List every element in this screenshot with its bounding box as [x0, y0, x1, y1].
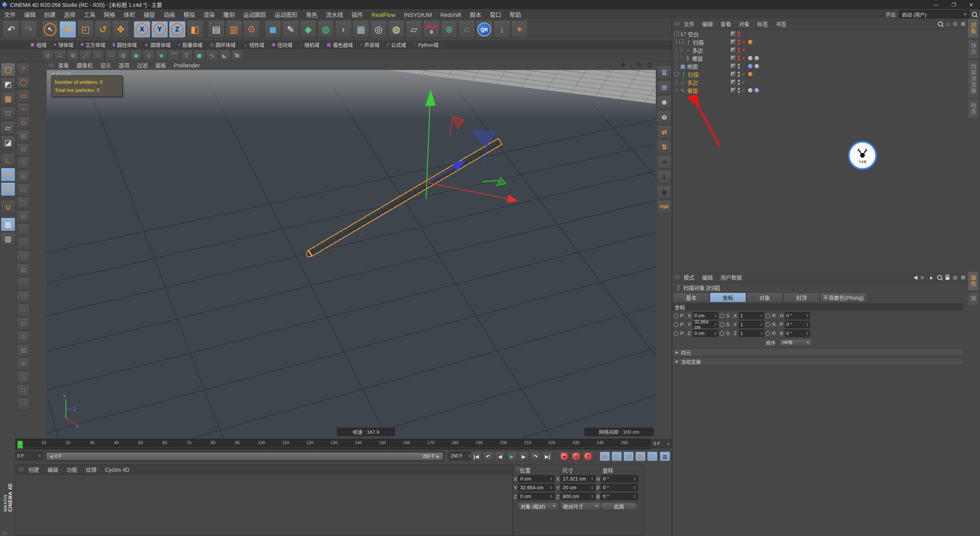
spherical-field-button[interactable]: ●球体域: [50, 40, 77, 49]
record-active-objects-button[interactable]: ●: [559, 451, 570, 461]
range-slider-thumb[interactable]: ◀ 0 F 250 F ▶: [46, 453, 443, 460]
light-icon[interactable]: ◍: [388, 21, 405, 38]
menu-item-Cycles 4D[interactable]: Cycles 4D: [101, 467, 134, 473]
hierarchy-grid-icon[interactable]: ⊞: [657, 80, 671, 94]
spinner-arrows-icon[interactable]: ▲▼: [591, 477, 593, 481]
keyframe-selection-button[interactable]: ?: [583, 451, 593, 461]
field-input[interactable]: 0 cm▲▼: [693, 312, 718, 319]
dolly-view-icon[interactable]: ↕: [630, 62, 633, 68]
attribute-tab-坐标[interactable]: 坐标: [710, 293, 746, 302]
sound-field-button[interactable]: ♪声音域: [357, 40, 383, 49]
rect-select-icon[interactable]: ▭: [17, 90, 30, 102]
collapsed-section-四元[interactable]: ▶四元: [672, 348, 963, 356]
workplane-icon[interactable]: ▦: [1, 232, 15, 246]
am-lock-icon[interactable]: [946, 277, 949, 280]
polygons-mode-icon[interactable]: ◪: [1, 136, 15, 149]
visibility-dots[interactable]: [738, 79, 740, 86]
edges-mode-icon[interactable]: ▱: [1, 121, 15, 135]
panel-grip[interactable]: [48, 63, 54, 67]
menu-item-捕捉[interactable]: 捕捉: [139, 11, 159, 18]
spinner-arrows-icon[interactable]: ▲▼: [550, 477, 552, 481]
coordinate-system-icon[interactable]: ◧: [186, 21, 203, 38]
menu-item-运动图形[interactable]: 运动图形: [270, 11, 302, 18]
keyframe-dot-icon[interactable]: [720, 331, 724, 336]
mesh-cmd-1-icon[interactable]: ▤: [17, 130, 30, 142]
key-scale-toggle[interactable]: ◰: [611, 451, 622, 461]
order-dropdown[interactable]: HPB▼: [779, 339, 812, 346]
menu-item-创建[interactable]: 创建: [40, 11, 60, 18]
orange-dots-arrow-icon[interactable]: ∷: [17, 384, 30, 397]
menu-item-查看[interactable]: 查看: [54, 62, 73, 69]
coord-input[interactable]: 0 °▲▼: [601, 493, 638, 500]
texture-mode-icon[interactable]: ▦: [1, 92, 15, 106]
enable-toggle[interactable]: ✕: [742, 56, 746, 61]
group-field-button[interactable]: ▣组域: [27, 40, 50, 49]
dots-circle-icon[interactable]: ◌: [92, 50, 104, 61]
mesh-cmd-4-icon[interactable]: ⊞: [17, 170, 30, 183]
menu-item-Redshift[interactable]: Redshift: [436, 11, 466, 18]
enable-toggle[interactable]: ✕: [742, 47, 746, 53]
spinner-arrows-icon[interactable]: ▲▼: [550, 486, 552, 490]
snap-icon[interactable]: Ⓢ: [1, 182, 15, 196]
layer-color-box[interactable]: [730, 31, 736, 37]
object-name[interactable]: 螺旋: [692, 54, 703, 62]
spinner-arrows-icon[interactable]: ▲▼: [806, 332, 808, 335]
field-input[interactable]: 1▲▼: [739, 321, 764, 328]
menu-item-显示[interactable]: 显示: [96, 62, 115, 69]
spinner-arrows-icon[interactable]: ▲▼: [39, 454, 41, 458]
visibility-dots[interactable]: [738, 63, 740, 70]
expand-toggle-icon[interactable]: −: [679, 39, 684, 44]
lock-y-axis-icon[interactable]: Y: [151, 21, 168, 38]
range-start-spinner[interactable]: 0 F ▲▼: [15, 451, 43, 461]
spinner-arrows-icon[interactable]: ▲▼: [806, 323, 808, 327]
field-input[interactable]: 32.654 cm▲▼: [693, 321, 718, 328]
keyframe-dot-icon[interactable]: [766, 322, 770, 327]
attribute-tab-基本[interactable]: 基本: [673, 293, 709, 302]
enable-toggle[interactable]: ✓: [742, 88, 746, 93]
points-array-4-icon[interactable]: ∷: [17, 277, 30, 290]
points-mode-icon[interactable]: ∷: [1, 106, 15, 120]
menu-item-插件[interactable]: 插件: [347, 11, 367, 18]
interface-select[interactable]: 启动 (用户) ▼: [899, 10, 970, 18]
sail-icon[interactable]: ◣: [219, 50, 230, 61]
coord-input[interactable]: 17.321 cm▲▼: [560, 475, 596, 482]
key-pla-toggle[interactable]: ∷: [647, 451, 658, 461]
poly-eye-icon[interactable]: ⊠: [17, 344, 30, 357]
spinner-arrows-icon[interactable]: ▲▼: [591, 495, 593, 498]
coord-input[interactable]: 800 cm▲▼: [560, 493, 596, 500]
xp-cube-icon[interactable]: ◼: [193, 50, 205, 61]
pan-view-icon[interactable]: ✥: [621, 62, 626, 69]
menu-item-编辑[interactable]: 编辑: [20, 11, 40, 18]
am-target-icon[interactable]: ◎: [953, 274, 957, 280]
layer-color-box[interactable]: [730, 63, 736, 69]
field-input[interactable]: 0 °▲▼: [785, 312, 810, 319]
panel-tab-对象[interactable]: 对象: [968, 19, 978, 38]
go-to-previous-key-button[interactable]: ↶: [483, 451, 493, 461]
shader-field-button[interactable]: ▦着色器域: [323, 40, 356, 49]
arrange-right-icon[interactable]: ⇒: [657, 155, 671, 169]
menu-item-文件[interactable]: 文件: [680, 21, 698, 27]
field-sphere-icon[interactable]: ◌: [458, 21, 475, 38]
record-object-icon[interactable]: ◉: [657, 185, 671, 199]
menu-item-文件[interactable]: 文件: [0, 11, 20, 18]
timeline-window-icon[interactable]: ▥: [660, 451, 670, 461]
spinner-arrows-icon[interactable]: ▲▼: [806, 314, 808, 318]
coord-mode-dropdown[interactable]: 绝对尺寸▼: [560, 502, 601, 510]
layer-color-box[interactable]: [730, 79, 736, 85]
points-up-icon[interactable]: ∷: [17, 291, 30, 303]
dots-path-icon[interactable]: ⋰: [80, 50, 91, 61]
field-input[interactable]: 0 °▲▼: [785, 321, 810, 328]
key-parameter-toggle[interactable]: Ⓟ: [635, 451, 646, 461]
linear-field-button[interactable]: ↔线性域: [239, 40, 268, 49]
visibility-dots[interactable]: [738, 47, 740, 54]
panel-grip[interactable]: [674, 275, 680, 279]
visibility-dots[interactable]: [738, 71, 740, 78]
layer-color-box[interactable]: [730, 87, 736, 93]
mograph-icon[interactable]: ⊛: [441, 21, 457, 38]
visibility-dots[interactable]: [738, 39, 740, 46]
object-name[interactable]: 螺旋: [687, 87, 698, 94]
menu-item-过滤[interactable]: 过滤: [133, 62, 152, 69]
spinner-arrows-icon[interactable]: ▲▼: [714, 332, 717, 335]
random-field-button[interactable]: ∴随机域: [296, 40, 323, 49]
menu-item-模拟[interactable]: 模拟: [179, 11, 199, 18]
